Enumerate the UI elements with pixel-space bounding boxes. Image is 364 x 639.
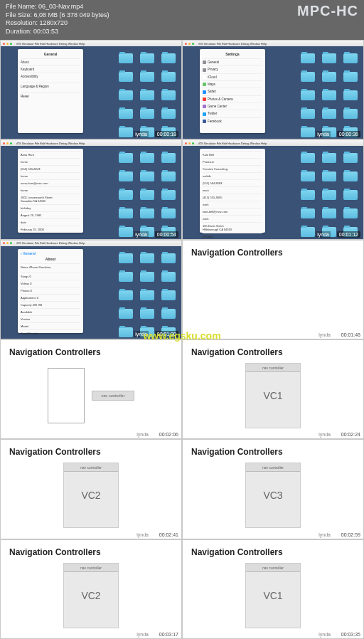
folder-icon[interactable] bbox=[322, 190, 336, 200]
folder-icon[interactable] bbox=[301, 208, 315, 218]
folder-icon[interactable] bbox=[119, 109, 133, 119]
settings-row[interactable]: Accessibility bbox=[21, 73, 80, 80]
folder-icon[interactable] bbox=[301, 190, 315, 200]
settings-row[interactable]: iCloud bbox=[203, 73, 262, 80]
folder-icon[interactable] bbox=[343, 72, 358, 82]
settings-row[interactable]: Reset bbox=[21, 93, 80, 100]
folder-icon[interactable] bbox=[161, 90, 176, 100]
folder-icon[interactable] bbox=[343, 90, 358, 100]
about-row[interactable]: Videos 0 bbox=[21, 280, 80, 287]
settings-row[interactable]: Facebook bbox=[203, 117, 262, 125]
folder-icon[interactable] bbox=[161, 109, 176, 119]
about-row[interactable]: Songs 0 bbox=[21, 273, 80, 280]
folder-icon[interactable] bbox=[119, 72, 133, 82]
about-row[interactable]: Version bbox=[21, 315, 80, 322]
settings-row[interactable]: Maps bbox=[203, 80, 262, 88]
folder-icon[interactable] bbox=[322, 72, 336, 82]
settings-row[interactable]: Game Center bbox=[203, 102, 262, 110]
folder-icon[interactable] bbox=[140, 190, 154, 200]
folder-icon[interactable] bbox=[119, 327, 133, 337]
folder-icon[interactable] bbox=[161, 190, 176, 200]
settings-row[interactable]: Photos & Camera bbox=[203, 95, 262, 102]
folder-icon[interactable] bbox=[322, 109, 336, 119]
folder-icon[interactable] bbox=[140, 109, 154, 119]
about-row[interactable]: Available bbox=[21, 308, 80, 315]
folder-icon[interactable] bbox=[119, 208, 133, 218]
folder-icon[interactable] bbox=[301, 227, 315, 237]
folder-icon[interactable] bbox=[161, 253, 176, 263]
folder-icon[interactable] bbox=[140, 72, 154, 82]
thumbnail-cell[interactable]: Navigation Controllersnav controllerVC2l… bbox=[0, 539, 182, 639]
about-row[interactable]: Model bbox=[21, 322, 80, 329]
folder-icon[interactable] bbox=[140, 153, 154, 163]
settings-row[interactable]: Language & Region bbox=[21, 83, 80, 90]
folder-icon[interactable] bbox=[119, 153, 133, 163]
folder-icon[interactable] bbox=[301, 90, 315, 100]
thumbnail-cell[interactable]: Navigation Controllersnav controllerVC1l… bbox=[182, 539, 364, 639]
back-button[interactable]: ‹ General bbox=[21, 251, 80, 255]
folder-icon[interactable] bbox=[301, 153, 315, 163]
folder-icon[interactable] bbox=[322, 53, 336, 63]
folder-icon[interactable] bbox=[301, 109, 315, 119]
folder-icon[interactable] bbox=[161, 309, 176, 319]
thumbnail-cell[interactable]: Navigation Controllersnav controllerlynd… bbox=[0, 339, 182, 439]
settings-row[interactable]: Twitter bbox=[203, 110, 262, 117]
about-row[interactable]: Name iPhone Simulator bbox=[21, 263, 80, 270]
about-row[interactable]: Applications 0 bbox=[21, 294, 80, 301]
about-row[interactable]: Photos 0 bbox=[21, 287, 80, 294]
thumbnail-cell[interactable]: iOS Simulator File Edit Hardware Debug W… bbox=[0, 139, 182, 239]
folder-icon[interactable] bbox=[322, 153, 336, 163]
thumbnail-cell[interactable]: Navigation Controllersnav controllerVC2l… bbox=[0, 439, 182, 539]
folder-icon[interactable] bbox=[140, 290, 154, 300]
thumbnail-cell[interactable]: iOS Simulator File Edit Hardware Debug W… bbox=[0, 40, 182, 139]
thumbnail-cell[interactable]: Navigation Controllerslynda00:01:48 bbox=[182, 240, 364, 339]
settings-row[interactable]: General bbox=[203, 58, 262, 65]
folder-icon[interactable] bbox=[140, 309, 154, 319]
folder-icon[interactable] bbox=[343, 153, 358, 163]
folder-icon[interactable] bbox=[301, 72, 315, 82]
folder-icon[interactable] bbox=[140, 253, 154, 263]
folder-icon[interactable] bbox=[119, 190, 133, 200]
about-row[interactable]: Serial Number bbox=[21, 329, 80, 337]
folder-icon[interactable] bbox=[119, 290, 133, 300]
folder-icon[interactable] bbox=[161, 72, 176, 82]
folder-icon[interactable] bbox=[161, 272, 176, 282]
folder-icon[interactable] bbox=[119, 171, 133, 181]
folder-icon[interactable] bbox=[322, 208, 336, 218]
folder-icon[interactable] bbox=[322, 90, 336, 100]
folder-icon[interactable] bbox=[343, 208, 358, 218]
folder-icon[interactable] bbox=[119, 53, 133, 63]
about-row[interactable]: Capacity 499 GB bbox=[21, 301, 80, 308]
folder-icon[interactable] bbox=[343, 53, 358, 63]
settings-row[interactable]: About bbox=[21, 58, 80, 65]
folder-icon[interactable] bbox=[161, 171, 176, 181]
folder-icon[interactable] bbox=[343, 109, 358, 119]
folder-icon[interactable] bbox=[119, 272, 133, 282]
folder-icon[interactable] bbox=[119, 253, 133, 263]
folder-icon[interactable] bbox=[140, 272, 154, 282]
folder-icon[interactable] bbox=[119, 227, 133, 237]
thumbnail-cell[interactable]: Navigation Controllersnav controllerVC3l… bbox=[182, 439, 364, 539]
folder-icon[interactable] bbox=[119, 90, 133, 100]
folder-icon[interactable] bbox=[161, 290, 176, 300]
folder-icon[interactable] bbox=[140, 171, 154, 181]
settings-row[interactable]: Keyboard bbox=[21, 65, 80, 73]
thumbnail-cell[interactable]: iOS Simulator File Edit Hardware Debug W… bbox=[182, 40, 364, 139]
folder-icon[interactable] bbox=[161, 153, 176, 163]
settings-row[interactable]: Safari bbox=[203, 88, 262, 95]
folder-icon[interactable] bbox=[343, 171, 358, 181]
thumbnail-cell[interactable]: Navigation Controllersnav controllerVC1l… bbox=[182, 339, 364, 439]
folder-icon[interactable] bbox=[161, 53, 176, 63]
folder-icon[interactable] bbox=[161, 208, 176, 218]
folder-icon[interactable] bbox=[140, 90, 154, 100]
settings-row[interactable]: Privacy bbox=[203, 65, 262, 73]
folder-icon[interactable] bbox=[119, 309, 133, 319]
folder-icon[interactable] bbox=[301, 53, 315, 63]
folder-icon[interactable] bbox=[343, 190, 358, 200]
folder-icon[interactable] bbox=[119, 127, 133, 137]
folder-icon[interactable] bbox=[301, 171, 315, 181]
thumbnail-cell[interactable]: iOS Simulator File Edit Hardware Debug W… bbox=[182, 139, 364, 239]
folder-icon[interactable] bbox=[301, 127, 315, 137]
folder-icon[interactable] bbox=[140, 53, 154, 63]
thumbnail-cell[interactable]: iOS Simulator File Edit Hardware Debug W… bbox=[0, 240, 182, 339]
